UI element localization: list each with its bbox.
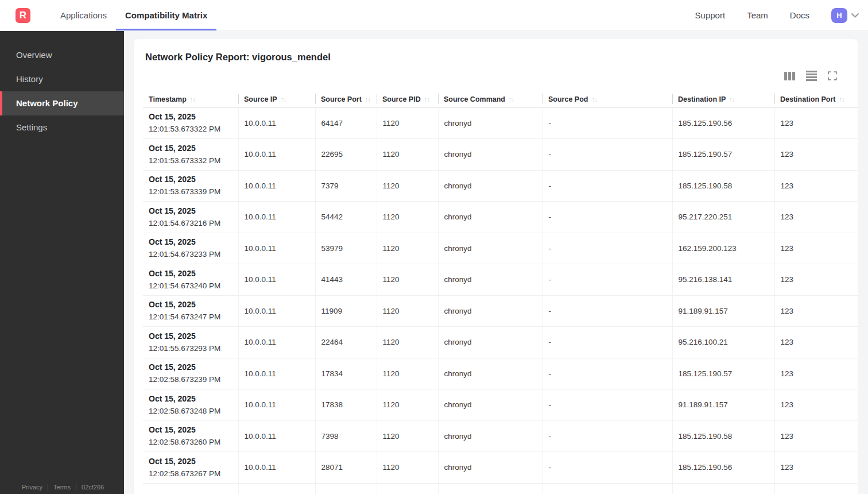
sort-icon[interactable]: ↑↓	[591, 96, 597, 103]
table-toolbar	[134, 71, 858, 80]
list-view-icon[interactable]	[806, 71, 817, 81]
cell-source-command	[438, 483, 542, 494]
cell-source-port: 53979	[315, 233, 377, 264]
table-row: Oct 15, 2025 12:01:53.673322 PM 10.0.0.1…	[143, 107, 858, 139]
sidebar-item-settings[interactable]: Settings	[0, 115, 124, 140]
avatar[interactable]: H	[831, 8, 847, 23]
column-header-source-pod[interactable]: Source Pod↑↓	[542, 92, 672, 107]
cell-destination-ip: 95.217.220.251	[672, 202, 774, 233]
timestamp-time: 12:02:58.673248 PM	[149, 405, 234, 417]
cell-source-command: chronyd	[438, 107, 542, 139]
report-card: Network Policy Report: vigorous_mendel	[134, 39, 858, 494]
timestamp-date: Oct 15, 2025	[149, 111, 234, 123]
cell-source-pod: -	[542, 264, 672, 296]
table-header-row: Timestamp↑↓ Source IP↑↓ Source Port↑↓ So…	[143, 92, 858, 107]
primary-tabs: Applications Compatibility Matrix	[51, 0, 216, 30]
cell-timestamp: Oct 15, 2025 12:02:58.673239 PM	[143, 358, 238, 389]
cell-destination-port	[774, 483, 858, 494]
cell-source-port: 17834	[315, 358, 377, 389]
cell-source-pid: 1120	[377, 264, 438, 296]
terms-link[interactable]: Terms	[53, 484, 71, 491]
cell-source-port: 54442	[315, 202, 377, 233]
table-row: Oct 15, 2025	[143, 483, 858, 494]
sidebar-item-history[interactable]: History	[0, 67, 124, 91]
cell-source-command: chronyd	[438, 139, 542, 171]
cell-source-pid: 1120	[377, 389, 438, 421]
table-row: Oct 15, 2025 12:01:53.673339 PM 10.0.0.1…	[143, 170, 858, 202]
cell-source-pid	[377, 483, 438, 494]
cell-timestamp: Oct 15, 2025 12:01:54.673240 PM	[143, 264, 238, 296]
column-header-source-port[interactable]: Source Port↑↓	[315, 92, 377, 107]
sidebar: Overview History Network Policy Settings…	[0, 31, 124, 494]
cell-source-pod: -	[542, 358, 672, 389]
column-header-destination-ip[interactable]: Destination IP↑↓	[672, 92, 774, 107]
cell-source-port: 41443	[315, 264, 377, 296]
sort-icon[interactable]: ↑↓	[281, 96, 286, 103]
timestamp-date: Oct 15, 2025	[149, 173, 234, 186]
sort-icon[interactable]: ↑↓	[729, 96, 735, 103]
cell-source-port: 7398	[315, 420, 377, 452]
nav-link-support[interactable]: Support	[695, 10, 726, 20]
cell-timestamp: Oct 15, 2025 12:01:53.673332 PM	[143, 139, 238, 171]
cell-timestamp: Oct 15, 2025	[143, 483, 238, 494]
cell-destination-port: 123	[774, 202, 858, 233]
privacy-link[interactable]: Privacy	[22, 484, 42, 491]
sort-icon[interactable]: ↑↓	[190, 96, 196, 103]
table-row: Oct 15, 2025 12:01:53.673332 PM 10.0.0.1…	[143, 139, 858, 171]
column-header-timestamp[interactable]: Timestamp↑↓	[143, 92, 238, 107]
cell-source-pod: -	[542, 452, 672, 484]
cell-destination-ip	[672, 483, 774, 494]
cell-source-pid: 1120	[377, 202, 438, 233]
cell-source-command: chronyd	[438, 202, 542, 233]
cell-source-pid: 1120	[377, 295, 438, 327]
cell-source-command: chronyd	[438, 295, 542, 327]
table-row: Oct 15, 2025 12:01:54.673247 PM 10.0.0.1…	[143, 295, 858, 327]
cell-source-pid: 1120	[377, 327, 438, 358]
chevron-down-icon[interactable]	[851, 13, 859, 18]
cell-destination-ip: 185.125.190.57	[672, 139, 774, 171]
table-body: Oct 15, 2025 12:01:53.673322 PM 10.0.0.1…	[143, 107, 858, 494]
tab-compatibility-matrix[interactable]: Compatibility Matrix	[116, 0, 216, 30]
cell-source-ip: 10.0.0.11	[238, 295, 315, 327]
sort-icon[interactable]: ↑↓	[424, 96, 430, 103]
cell-source-pod: -	[542, 233, 672, 264]
columns-view-icon[interactable]	[784, 72, 795, 80]
cell-source-ip: 10.0.0.11	[238, 264, 315, 296]
cell-source-pid: 1120	[377, 107, 438, 139]
brand-logo-icon[interactable]: R	[16, 8, 30, 23]
column-header-source-pid[interactable]: Source PID↑↓	[377, 92, 438, 107]
top-nav: R Applications Compatibility Matrix Supp…	[0, 0, 868, 31]
cell-source-pod: -	[542, 202, 672, 233]
timestamp-date: Oct 15, 2025	[149, 268, 234, 280]
column-header-destination-port[interactable]: Destination Port↑↓	[774, 92, 858, 107]
sort-icon[interactable]: ↑↓	[839, 96, 845, 103]
network-policy-table: Timestamp↑↓ Source IP↑↓ Source Port↑↓ So…	[143, 92, 858, 494]
column-header-source-command[interactable]: Source Command↑↓	[438, 92, 542, 107]
cell-source-ip: 10.0.0.11	[238, 233, 315, 264]
cell-source-pod: -	[542, 389, 672, 421]
timestamp-date: Oct 15, 2025	[149, 299, 234, 311]
fullscreen-icon[interactable]	[828, 71, 837, 80]
table-row: Oct 15, 2025 12:02:58.673267 PM 10.0.0.1…	[143, 452, 858, 484]
cell-source-pid: 1120	[377, 452, 438, 484]
nav-link-docs[interactable]: Docs	[790, 10, 809, 20]
tab-applications[interactable]: Applications	[51, 0, 116, 30]
sidebar-item-overview[interactable]: Overview	[0, 43, 124, 67]
cell-destination-port: 123	[774, 264, 858, 296]
cell-source-ip: 10.0.0.11	[238, 202, 315, 233]
nav-link-team[interactable]: Team	[747, 10, 768, 20]
cell-timestamp: Oct 15, 2025 12:02:58.673260 PM	[143, 420, 238, 452]
table-row: Oct 15, 2025 12:01:54.673216 PM 10.0.0.1…	[143, 202, 858, 233]
table-row: Oct 15, 2025 12:02:58.673248 PM 10.0.0.1…	[143, 389, 858, 421]
cell-destination-port: 123	[774, 327, 858, 358]
cell-destination-ip: 91.189.91.157	[672, 295, 774, 327]
column-header-source-ip[interactable]: Source IP↑↓	[238, 92, 315, 107]
sort-icon[interactable]: ↑↓	[509, 96, 514, 103]
sidebar-item-network-policy[interactable]: Network Policy	[0, 91, 124, 115]
account-menu[interactable]: H	[831, 8, 859, 23]
build-id: 02cf266	[82, 484, 104, 491]
cell-source-pid: 1120	[377, 420, 438, 452]
cell-destination-port: 123	[774, 139, 858, 171]
cell-destination-port: 123	[774, 233, 858, 264]
sort-icon[interactable]: ↑↓	[365, 96, 371, 103]
